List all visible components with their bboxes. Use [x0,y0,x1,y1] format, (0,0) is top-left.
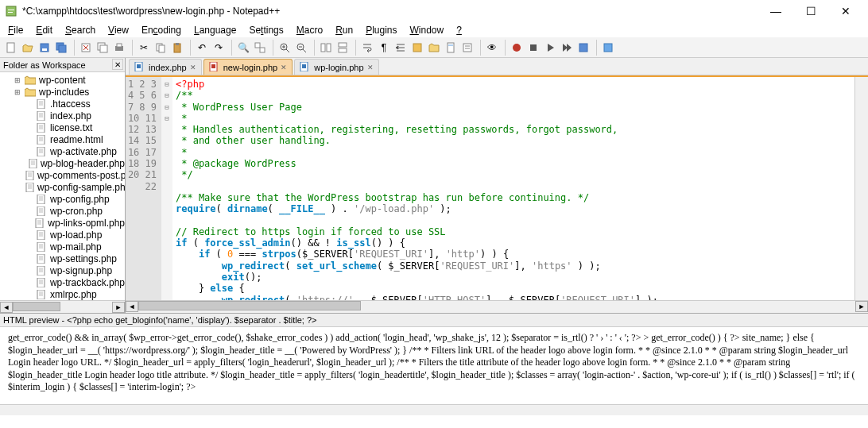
workspace-panel: Folder as Workspace ✕ ⊞wp-content⊞wp-inc… [0,58,126,313]
code-text[interactable]: <?php /** * WordPress User Page * * Hand… [172,77,854,300]
expand-icon[interactable]: ⊞ [14,76,24,84]
tree-file[interactable]: .htaccess [0,98,125,110]
menu-settings[interactable]: Settings [242,24,289,37]
workspace-close-icon[interactable]: ✕ [112,59,123,70]
file-icon [300,62,311,73]
toolbar-close-icon[interactable] [78,40,94,56]
tree-file[interactable]: wp-settings.php [0,253,125,264]
toolbar-copy-icon[interactable] [153,40,169,56]
tree-file[interactable]: wp-signup.php [0,264,125,276]
editor-tab[interactable]: wp-login.php✕ [294,59,378,75]
toolbar-sync-icon[interactable] [318,40,334,56]
menu-language[interactable]: Language [188,24,242,37]
scroll-right-icon[interactable]: ► [855,301,868,312]
expand-icon[interactable]: ⊞ [14,88,24,96]
toolbar-monitor-icon[interactable]: 👁 [484,40,500,56]
menu-help[interactable]: ? [450,24,468,37]
menu-plugins[interactable]: Plugins [359,24,403,37]
svg-rect-36 [37,135,45,145]
scroll-left-icon[interactable]: ◄ [126,301,138,312]
file-tree[interactable]: ⊞wp-content⊞wp-includes.htaccessindex.ph… [0,72,125,300]
tree-file[interactable]: wp-mail.php [0,241,125,253]
scroll-right-icon[interactable]: ► [112,302,125,313]
tab-close-icon[interactable]: ✕ [281,64,287,71]
menu-search[interactable]: Search [59,24,102,37]
toolbar-preview-icon[interactable] [600,40,616,56]
svg-rect-44 [37,230,45,240]
tree-file[interactable]: index.php [0,110,125,121]
menu-view[interactable]: View [102,24,135,37]
tab-close-icon[interactable]: ✕ [190,64,196,71]
toolbar-record-icon[interactable] [509,40,525,56]
svg-rect-1 [8,10,14,10]
menu-edit[interactable]: Edit [29,24,59,37]
toolbar-closeall-icon[interactable] [95,40,110,56]
tree-file[interactable]: wp-comments-post.php [0,169,125,181]
toolbar-wrap-icon[interactable] [359,40,375,56]
svg-rect-14 [159,45,165,52]
code-editor[interactable]: 1 2 3 4 5 6 7 8 9 10 11 12 13 14 15 16 1… [126,77,868,300]
tree-folder[interactable]: ⊞wp-content [0,74,125,86]
toolbar-new-icon[interactable] [3,40,19,56]
tree-file[interactable]: wp-config.php [0,193,125,205]
file-icon [35,122,48,133]
editor-vscrollbar[interactable] [854,77,868,300]
toolbar-funclist-icon[interactable] [459,40,475,56]
toolbar-cut-icon[interactable]: ✂ [136,40,152,56]
menu-file[interactable]: File [2,24,29,37]
toolbar-find-icon[interactable]: 🔍 [235,40,251,56]
tree-file[interactable]: wp-cron.php [0,205,125,217]
svg-rect-31 [579,44,587,52]
toolbar-zoomout-icon[interactable] [293,40,309,56]
preview-panel-header: HTML preview - <?php echo get_bloginfo('… [0,313,868,327]
tree-file[interactable]: readme.html [0,133,125,145]
scroll-left-icon[interactable]: ◄ [0,302,13,313]
toolbar-savemacro-icon[interactable] [575,40,591,56]
svg-rect-18 [260,48,265,52]
toolbar-undo-icon[interactable]: ↶ [194,40,210,56]
sidebar-scrollbar[interactable]: ◄ ► [0,300,125,313]
menu-macro[interactable]: Macro [290,24,329,37]
toolbar-indent-icon[interactable] [393,40,409,56]
menu-run[interactable]: Run [329,24,359,37]
tree-file[interactable]: wp-activate.php [0,145,125,157]
toolbar-docmap-icon[interactable] [443,40,459,56]
tree-file[interactable]: wp-blog-header.php [0,157,125,169]
editor-hscrollbar[interactable]: ◄ ► [126,300,868,313]
menu-encoding[interactable]: Encoding [135,24,188,37]
editor-tab[interactable]: new-login.php✕ [203,59,293,75]
window-minimize-button[interactable]: — [758,1,793,21]
tab-close-icon[interactable]: ✕ [367,64,374,71]
toolbar-redo-icon[interactable]: ↷ [211,40,227,56]
tree-file[interactable]: wp-load.php [0,229,125,241]
window-close-button[interactable]: ✕ [828,1,863,21]
tree-item-label: wp-blog-header.php [41,158,125,169]
svg-rect-53 [137,64,141,68]
toolbar-open-icon[interactable] [20,40,36,56]
toolbar-stop-icon[interactable] [525,40,541,56]
tree-file[interactable]: wp-links-opml.php [0,217,125,229]
window-maximize-button[interactable]: ☐ [793,1,828,21]
toolbar-saveall-icon[interactable] [53,40,69,56]
toolbar-playmulti-icon[interactable] [559,40,575,56]
tree-file[interactable]: license.txt [0,121,125,133]
toolbar-replace-icon[interactable] [252,40,268,56]
toolbar-paste-icon[interactable] [169,40,185,56]
toolbar-folder-icon[interactable] [426,40,442,56]
editor-tab[interactable]: index.php✕ [129,59,202,75]
tree-file[interactable]: xmlrpc.php [0,288,125,300]
toolbar-zoomin-icon[interactable] [277,40,293,56]
tree-item-label: wp-activate.php [50,146,117,157]
tree-file[interactable]: wp-trackback.php [0,276,125,288]
tree-folder[interactable]: ⊞wp-includes [0,86,125,98]
menu-window[interactable]: Window [404,24,451,37]
toolbar-print-icon[interactable] [111,40,127,56]
toolbar-userlang-icon[interactable] [409,40,425,56]
tree-file[interactable]: wp-config-sample.php [0,181,125,193]
toolbar-play-icon[interactable] [542,40,558,56]
toolbar-save-icon[interactable] [37,40,52,56]
workspace-panel-header: Folder as Workspace ✕ [0,58,125,72]
toolbar-syncv-icon[interactable] [335,40,351,56]
fold-column[interactable]: ⊟ ⊟ ⊟ ⊟ [161,77,172,300]
toolbar-showall-icon[interactable]: ¶ [376,40,392,56]
